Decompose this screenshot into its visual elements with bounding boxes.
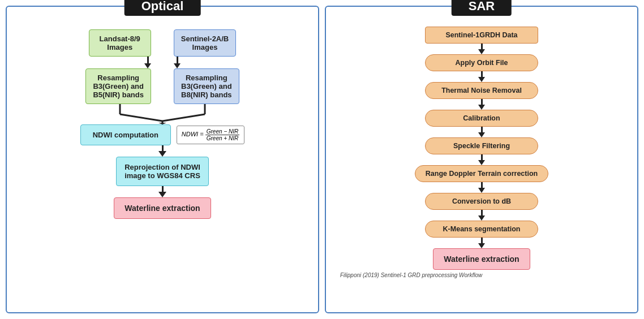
landsat-box: Landsat-8/9Images (89, 29, 151, 57)
resampling-blue-box: ResamplingB3(Green) andB8(NIR) bands (174, 68, 239, 104)
svg-marker-5 (158, 123, 166, 124)
sar-step8: K-Means segmentation (425, 221, 538, 238)
converge-arrows (78, 104, 247, 124)
sar-title: SAR (452, 0, 512, 16)
svg-line-3 (162, 114, 205, 121)
ndwi-row: NDWI computation NDWI = Green − NIR Gree… (80, 124, 244, 145)
arrow-landsat-resampling (144, 57, 151, 68)
sar-arrow-8 (478, 238, 485, 248)
arrow-reprojection-waterline (158, 186, 166, 197)
resampling-row: ResamplingB3(Green) andB5(NIR) bands Res… (18, 68, 307, 104)
optical-content: Landsat-8/9Images Sentinel-2A/BImages Re… (7, 24, 318, 219)
citation: Filipponi (2019) Sentinel-1 GRD preproce… (337, 272, 482, 278)
optical-waterline-box: Waterline extraction (114, 197, 211, 219)
arrow-ndwi-reprojection (158, 145, 166, 157)
sar-arrow-1 (478, 44, 485, 54)
sar-arrow-2 (478, 71, 485, 82)
sar-panel: SAR Sentinel-1GRDH Data Apply Orbit File… (325, 6, 638, 313)
optical-panel: Optical Landsat-8/9Images Sentinel-2A/BI… (6, 6, 319, 313)
resampling-green-box: ResamplingB3(Green) andB5(NIR) bands (85, 68, 151, 104)
sar-waterline-box: Waterline extraction (433, 248, 530, 270)
sar-step4: Calibration (425, 110, 538, 127)
sar-step3: Thermal Noise Removal (425, 82, 538, 99)
main-container: Optical Landsat-8/9Images Sentinel-2A/BI… (0, 0, 644, 319)
sar-step5: Speckle Filtering (425, 137, 538, 154)
sar-step1: Sentinel-1GRDH Data (425, 27, 538, 44)
sar-arrow-3 (478, 99, 485, 110)
reprojection-box: Reprojection of NDWIimage to WGS84 CRS (116, 157, 209, 186)
sar-step6: Range Doppler Terrain correction (415, 165, 548, 182)
sar-step2: Apply Orbit File (425, 54, 538, 71)
sar-step7: Conversion to dB (425, 193, 538, 210)
ndwi-box: NDWI computation (80, 124, 171, 145)
sar-arrow-5 (478, 154, 485, 165)
arrow-sentinel-resampling (174, 57, 181, 68)
svg-line-1 (120, 114, 162, 121)
sar-arrow-7 (478, 210, 485, 221)
sar-content: Sentinel-1GRDH Data Apply Orbit File The… (326, 24, 637, 278)
sentinel2-box: Sentinel-2A/BImages (174, 29, 237, 57)
sar-arrow-6 (478, 182, 485, 193)
optical-title: Optical (124, 0, 201, 16)
ndwi-formula: NDWI = Green − NIR Green + NIR (177, 126, 244, 144)
optical-top-row: Landsat-8/9Images Sentinel-2A/BImages (18, 29, 307, 57)
sar-arrow-4 (478, 127, 485, 137)
